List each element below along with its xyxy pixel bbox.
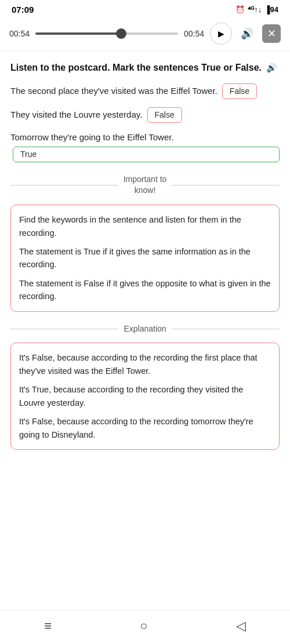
play-button[interactable]: ▶ (210, 23, 232, 45)
alarm-icon: ⏰ (235, 5, 245, 14)
close-button[interactable]: ✕ (262, 24, 281, 43)
question-3-text: Tomorrow they're going to the Eiffel Tow… (10, 132, 174, 142)
play-icon: ▶ (218, 29, 224, 38)
answer-badge-3[interactable]: True (13, 147, 280, 162)
battery-icon: ▐94 (264, 5, 278, 14)
audio-time-left: 00:54 (9, 29, 30, 38)
question-1: The second place they've visited was the… (10, 83, 280, 99)
bottom-nav: ≡ ○ ◁ (0, 610, 290, 644)
important-label: Important toknow! (124, 174, 167, 197)
signal-icon: ⁴ᴳ↑↓ (248, 5, 262, 14)
explanation-line-right (172, 329, 280, 329)
explanation-box: It's False, because according to the rec… (10, 343, 280, 450)
audio-slider-thumb (116, 28, 126, 39)
explanation-2: It's True, because according to the reco… (19, 383, 271, 409)
close-icon: ✕ (267, 27, 276, 40)
explanation-divider: Explanation (10, 323, 280, 335)
question-3: Tomorrow they're going to the Eiffel Tow… (10, 131, 280, 162)
volume-icon: 🔊 (241, 27, 253, 40)
status-icons: ⏰ ⁴ᴳ↑↓ ▐94 (235, 5, 278, 14)
divider-line-left (10, 185, 118, 185)
audio-slider-fill (35, 32, 121, 35)
answer-badge-1[interactable]: False (222, 83, 257, 99)
question-2: They visited the Louvre yesterday. False (10, 107, 280, 123)
back-button[interactable]: ◁ (224, 616, 258, 636)
question-2-text: They visited the Louvre yesterday. (10, 110, 142, 119)
audio-time-right: 00:54 (184, 29, 204, 38)
explanation-label: Explanation (124, 323, 166, 335)
audio-slider[interactable] (35, 32, 178, 35)
tip-3: The statement is False if it gives the o… (19, 277, 271, 303)
main-content: Listen to the postcard. Mark the sentenc… (0, 51, 290, 500)
divider-line-right (172, 185, 280, 185)
menu-button[interactable]: ≡ (32, 616, 63, 636)
status-bar: 07:09 ⏰ ⁴ᴳ↑↓ ▐94 (0, 0, 290, 17)
section-title: Listen to the postcard. Mark the sentenc… (10, 61, 280, 74)
important-box: Find the keywords in the sentence and li… (10, 205, 280, 312)
tip-2: The statement is True if it gives the sa… (19, 245, 271, 271)
answer-badge-2[interactable]: False (147, 107, 182, 123)
status-time: 07:09 (12, 5, 34, 14)
home-button[interactable]: ○ (128, 616, 159, 636)
audio-player: 00:54 00:54 ▶ 🔊 ✕ (0, 17, 290, 51)
explanation-3: It's False, because according to the rec… (19, 415, 271, 441)
tip-1: Find the keywords in the sentence and li… (19, 213, 271, 239)
explanation-1: It's False, because according to the rec… (19, 351, 271, 377)
volume-button[interactable]: 🔊 (238, 24, 256, 43)
question-1-text: The second place they've visited was the… (10, 86, 217, 96)
audio-icon[interactable]: 🔊 (266, 61, 277, 74)
important-divider: Important toknow! (10, 174, 280, 197)
explanation-line-left (10, 329, 118, 329)
